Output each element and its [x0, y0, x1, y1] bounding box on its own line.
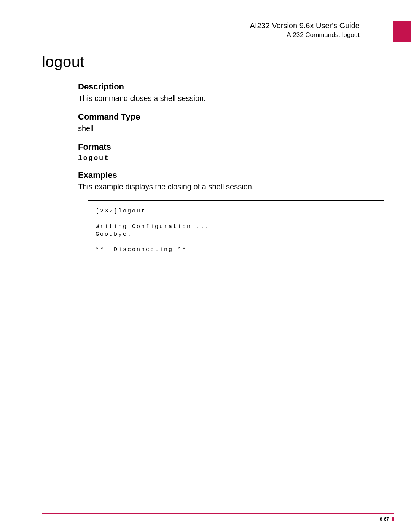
formats-heading: Formats	[78, 142, 388, 152]
format-command: logout	[78, 154, 388, 162]
example-output-box: [232]logout Writing Configuration ... Go…	[88, 200, 384, 262]
footer-rule	[42, 513, 394, 514]
header-text-block: AI232 Version 9.6x User's Guide AI232 Co…	[250, 21, 360, 39]
command-title: logout	[42, 53, 388, 70]
command-type-body: shell	[78, 123, 388, 134]
content-area: Description This command closes a shell …	[78, 82, 388, 262]
command-type-heading: Command Type	[78, 112, 388, 122]
page-number: 8-67	[380, 516, 389, 522]
examples-heading: Examples	[78, 170, 388, 180]
footer-accent-tick	[392, 517, 394, 521]
document-subtitle: AI232 Commands: logout	[250, 31, 360, 39]
footer-page-wrap: 8-67	[380, 516, 394, 522]
description-heading: Description	[78, 82, 388, 92]
document-page: AI232 Version 9.6x User's Guide AI232 Co…	[0, 0, 411, 532]
examples-body: This example displays the closing of a s…	[78, 182, 388, 192]
corner-accent	[393, 21, 411, 42]
description-body: This command closes a shell session.	[78, 93, 388, 104]
page-footer: 8-67	[42, 513, 394, 514]
page-header: AI232 Version 9.6x User's Guide AI232 Co…	[42, 21, 388, 44]
document-title: AI232 Version 9.6x User's Guide	[250, 21, 360, 30]
